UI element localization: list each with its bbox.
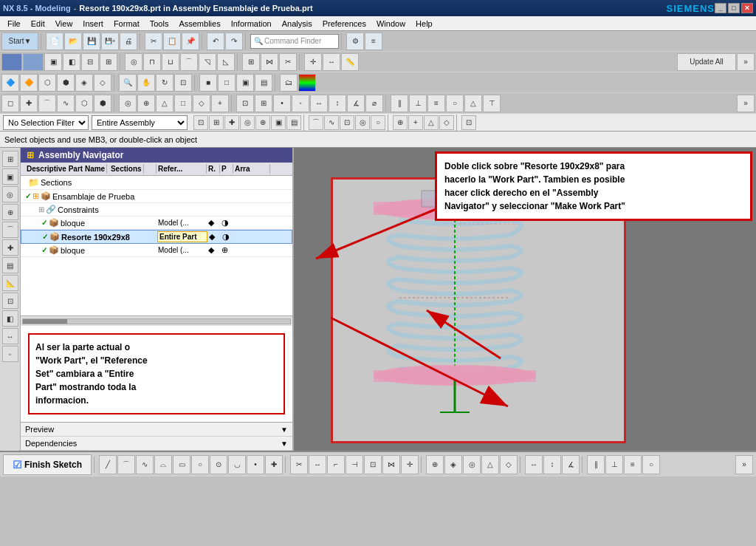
filter-icon2[interactable]: ⊞ bbox=[209, 115, 224, 130]
maximize-btn[interactable]: □ bbox=[728, 3, 740, 13]
bt-geo3[interactable]: ≡ bbox=[624, 455, 642, 474]
filter-icon15[interactable]: △ bbox=[424, 115, 439, 130]
pocket-btn[interactable]: ⊓ bbox=[143, 53, 161, 71]
view5-btn[interactable]: ◈ bbox=[75, 74, 93, 92]
bt-circle[interactable]: ○ bbox=[191, 455, 209, 474]
menu-file[interactable]: File bbox=[3, 18, 25, 30]
undo-btn[interactable]: ↶ bbox=[207, 33, 224, 50]
filter-icon3[interactable]: ✚ bbox=[224, 115, 239, 130]
menu-format[interactable]: Format bbox=[109, 18, 144, 30]
snap4-btn[interactable]: □ bbox=[174, 95, 192, 112]
bt-break[interactable]: ⊣ bbox=[346, 455, 363, 474]
snap1-btn[interactable]: ◎ bbox=[119, 95, 137, 112]
menu-view[interactable]: View bbox=[51, 18, 78, 30]
constraint2-btn[interactable]: ⊥ bbox=[409, 95, 427, 112]
boss-btn[interactable]: ⊔ bbox=[162, 53, 179, 71]
trim-btn[interactable]: ✂ bbox=[279, 53, 297, 71]
filter-icon9[interactable]: ∿ bbox=[324, 115, 339, 130]
zoom-btn[interactable]: 🔍 bbox=[119, 74, 137, 92]
bt-dim1[interactable]: ↔ bbox=[525, 455, 543, 474]
filter-icon17[interactable]: ⊡ bbox=[461, 115, 476, 130]
snap3-btn[interactable]: △ bbox=[156, 95, 173, 112]
close-btn[interactable]: ✕ bbox=[741, 3, 753, 13]
constraint3-btn[interactable]: ≡ bbox=[427, 95, 445, 112]
feature1-btn[interactable]: ▣ bbox=[44, 53, 62, 71]
view4-btn[interactable]: ⬢ bbox=[57, 74, 75, 92]
filter-icon12[interactable]: ○ bbox=[371, 115, 385, 130]
bt-snap5[interactable]: ◇ bbox=[500, 455, 518, 474]
nav-row-bloque1[interactable]: ✓ 📦 bloque Model (... ◆ ◑ bbox=[21, 216, 292, 230]
sidebar-icon-6[interactable]: ✚ bbox=[2, 239, 18, 256]
sidebar-icon-4[interactable]: ⊕ bbox=[2, 204, 18, 220]
selection-filter-dropdown[interactable]: No Selection Filter bbox=[3, 115, 89, 130]
chamfer-btn[interactable]: ◹ bbox=[199, 53, 216, 71]
curve2-btn[interactable]: ∿ bbox=[57, 95, 75, 112]
filter-icon11[interactable]: ◎ bbox=[355, 115, 370, 130]
layer-btn[interactable]: 🗂 bbox=[280, 74, 298, 92]
constraint1-btn[interactable]: ∥ bbox=[391, 95, 408, 112]
revolve-btn[interactable] bbox=[23, 53, 44, 71]
filter-icon13[interactable]: ⊕ bbox=[393, 115, 408, 130]
bt-arc2[interactable]: ◡ bbox=[228, 455, 246, 474]
display2-btn[interactable]: □ bbox=[218, 74, 236, 92]
snap6-btn[interactable]: + bbox=[211, 95, 229, 112]
constraint5-btn[interactable]: △ bbox=[464, 95, 482, 112]
finish-sketch-btn[interactable]: ☑ Finish Sketch bbox=[3, 454, 92, 475]
bt-snap3[interactable]: ◎ bbox=[463, 455, 481, 474]
point2-btn[interactable]: ◦ bbox=[292, 95, 309, 112]
filter-icon5[interactable]: ⊕ bbox=[255, 115, 270, 130]
menu-edit[interactable]: Edit bbox=[27, 18, 49, 30]
view6-btn[interactable]: ◇ bbox=[94, 74, 111, 92]
nav-row-resorte[interactable]: ✓ 📦 Resorte 190x29x8 Entire Part ◆ ◑ bbox=[21, 230, 292, 244]
bt-extend[interactable]: ↔ bbox=[309, 455, 326, 474]
menu-assemblies[interactable]: Assemblies bbox=[174, 18, 224, 30]
copy-btn[interactable]: 📋 bbox=[163, 33, 181, 50]
preview-dropdown[interactable]: Preview ▼ bbox=[21, 423, 292, 437]
filter-icon16[interactable]: ◇ bbox=[439, 115, 454, 130]
blend-btn[interactable]: ⌒ bbox=[180, 53, 198, 71]
surface1-btn[interactable]: ⬡ bbox=[75, 95, 93, 112]
bt-geo4[interactable]: ○ bbox=[642, 455, 660, 474]
redo-btn[interactable]: ↷ bbox=[225, 33, 243, 50]
save-all-btn[interactable]: 💾+ bbox=[101, 33, 119, 50]
menu-analysis[interactable]: Analysis bbox=[278, 18, 317, 30]
datum-btn[interactable]: ✚ bbox=[20, 95, 38, 112]
filter-icon10[interactable]: ⊡ bbox=[340, 115, 354, 130]
rotate-btn[interactable]: ↻ bbox=[156, 74, 173, 92]
pan-btn[interactable]: ✋ bbox=[137, 74, 155, 92]
bt-cross[interactable]: ✚ bbox=[265, 455, 283, 474]
move-btn[interactable]: ✛ bbox=[304, 53, 322, 71]
view3-btn[interactable]: ⬡ bbox=[38, 74, 56, 92]
command-finder[interactable]: 🔍 Command Finder bbox=[250, 34, 339, 49]
bt-dim3[interactable]: ∡ bbox=[562, 455, 580, 474]
sidebar-icon-7[interactable]: ▤ bbox=[2, 257, 18, 273]
snap2-btn[interactable]: ⊕ bbox=[137, 95, 155, 112]
scrollbar-thumb[interactable] bbox=[23, 319, 67, 324]
bt-ellipse[interactable]: ⊙ bbox=[210, 455, 227, 474]
bt-mirror[interactable]: ⋈ bbox=[382, 455, 400, 474]
bt-geo2[interactable]: ⊥ bbox=[605, 455, 623, 474]
geo1-btn[interactable]: ⊡ bbox=[236, 95, 254, 112]
bt-geo1[interactable]: ∥ bbox=[587, 455, 605, 474]
bt-corner[interactable]: ⌐ bbox=[327, 455, 345, 474]
menu-insert[interactable]: Insert bbox=[78, 18, 108, 30]
filter-icon7[interactable]: ▤ bbox=[286, 115, 301, 130]
dependencies-dropdown[interactable]: Dependencies ▼ bbox=[21, 437, 292, 451]
display3-btn[interactable]: ▣ bbox=[236, 74, 254, 92]
viewport[interactable]: Doble click sobre "Resorte 190x29x8" par… bbox=[294, 148, 756, 451]
dim1-btn[interactable]: ↔ bbox=[310, 95, 328, 112]
constraint4-btn[interactable]: ○ bbox=[446, 95, 464, 112]
bt-dim2[interactable]: ↕ bbox=[543, 455, 561, 474]
bt-point[interactable]: • bbox=[247, 455, 264, 474]
curve1-btn[interactable]: ⌒ bbox=[38, 95, 56, 112]
feature2-btn[interactable]: ◧ bbox=[63, 53, 80, 71]
color-btn[interactable] bbox=[298, 74, 316, 92]
sidebar-icon-8[interactable]: 📐 bbox=[2, 275, 18, 291]
sketch-btn[interactable]: ◻ bbox=[1, 95, 19, 112]
menu-tools[interactable]: Tools bbox=[145, 18, 173, 30]
save-btn[interactable]: 💾 bbox=[83, 33, 100, 50]
bt-move[interactable]: ✛ bbox=[401, 455, 419, 474]
menu-information[interactable]: Information bbox=[227, 18, 276, 30]
draft-btn[interactable]: ◺ bbox=[217, 53, 235, 71]
sidebar-icon-12[interactable]: ◦ bbox=[2, 346, 18, 362]
